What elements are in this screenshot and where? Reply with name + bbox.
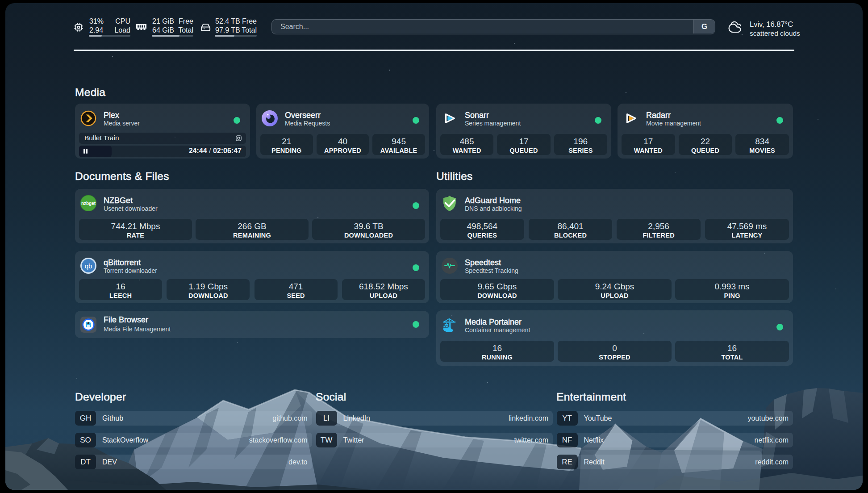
svg-text:nzbget: nzbget [81,201,96,206]
svg-text:qb: qb [85,262,92,270]
